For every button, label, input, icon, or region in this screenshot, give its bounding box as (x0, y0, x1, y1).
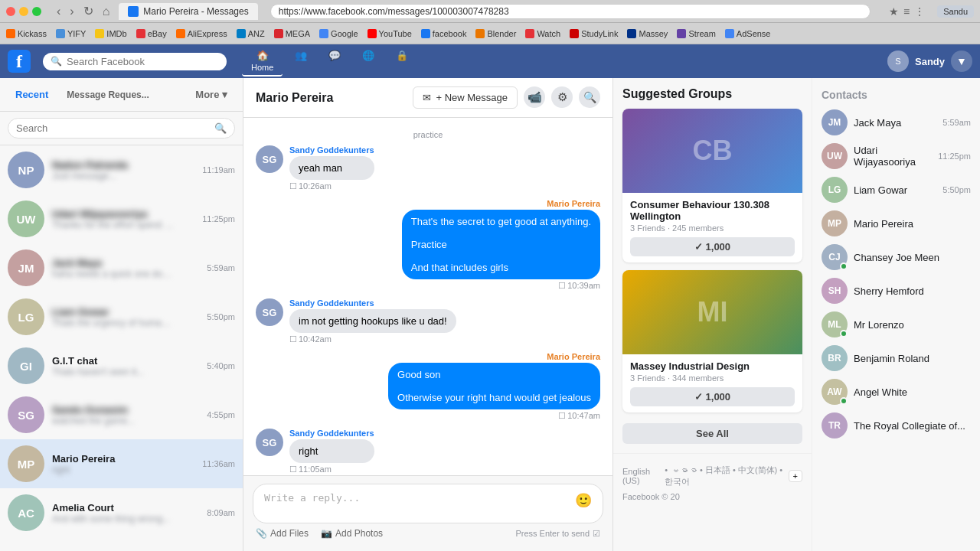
chat-list-item[interactable]: MP Mario Pereira right 11:36am (0, 439, 243, 488)
close-button[interactable] (6, 7, 15, 16)
user-profile-indicator[interactable]: Sandu (937, 5, 974, 18)
contact-item[interactable]: MP Mario Pereira (812, 207, 980, 240)
tab-recent[interactable]: Recent (8, 84, 56, 105)
nav-home[interactable]: 🏠 Home (242, 47, 283, 77)
bookmark-favicon (136, 29, 145, 38)
chat-info: Udari Wijayasooriya Thanks for the effor… (52, 208, 194, 230)
bookmark-favicon (627, 29, 636, 38)
settings-button[interactable]: ⚙ (551, 86, 573, 108)
contact-item[interactable]: AW Angel White (812, 375, 980, 409)
browser-tab[interactable]: Mario Pereira - Messages (119, 3, 257, 20)
chat-list-item[interactable]: NP Nadun Palranda Just message... 11:19a… (0, 145, 243, 194)
send-checkbox: ☑ (593, 529, 600, 539)
chat-list-item[interactable]: LG Liam Gowar Thats the urgency of human… (0, 292, 243, 341)
contact-item[interactable]: JM Jack Maya 5:59am (812, 106, 980, 139)
bookmark-google[interactable]: Google (319, 29, 358, 38)
contact-name: The Royal Collegiate of... (854, 420, 971, 432)
bookmark-adsense[interactable]: AdSense (725, 29, 771, 38)
notifications-button[interactable]: ▼ (951, 51, 972, 72)
home-button[interactable]: ⌂ (100, 3, 113, 20)
bookmark-watch[interactable]: Watch (525, 29, 560, 38)
contact-item[interactable]: ML Mr Lorenzo (812, 308, 980, 341)
reply-input-area[interactable]: 🙂 (253, 484, 603, 523)
contact-avatar: MP (822, 210, 848, 236)
contact-item[interactable]: BR Benjamin Roland (812, 341, 980, 375)
msg-row: Mario Pereira Good son Otherwise your ri… (256, 352, 600, 421)
contact-item[interactable]: SH Sherry Hemford (812, 274, 980, 308)
maximize-button[interactable] (32, 7, 41, 16)
user-avatar[interactable]: S (887, 51, 909, 72)
contact-item[interactable]: LG Liam Gowar 5:50pm (812, 173, 980, 207)
bookmark-yify[interactable]: YIFY (56, 29, 86, 38)
bookmark-label: Kickass (18, 29, 47, 38)
search-messages-button[interactable]: 🔍 (579, 86, 600, 108)
refresh-button[interactable]: ↻ (80, 2, 96, 20)
contacts-header: Contacts (812, 84, 980, 106)
forward-button[interactable]: › (67, 3, 77, 20)
bookmark-favicon (176, 29, 185, 38)
add-language-button[interactable]: + (789, 470, 802, 482)
menu-button[interactable]: ⋮ (914, 5, 925, 18)
bookmark-studylink[interactable]: StudyLink (570, 29, 618, 38)
minimize-button[interactable] (19, 7, 28, 16)
see-all-button[interactable]: See All (622, 423, 802, 444)
chat-list-item[interactable]: SG Sandu Gunasim watched the game... 4:5… (0, 390, 243, 439)
chat-list-item[interactable]: GI G.I.T chat Thats haven't seen it... 5… (0, 341, 243, 390)
search-input[interactable] (67, 56, 204, 67)
bookmark-favicon (6, 29, 15, 38)
tab-more[interactable]: More ▾ (188, 84, 235, 105)
bookmark-aliexpress[interactable]: AliExpress (176, 29, 227, 38)
chat-list-item[interactable]: UW Udari Wijayasooriya Thanks for the ef… (0, 194, 243, 243)
chat-meta: 11:19am (202, 165, 235, 174)
contact-avatar: AW (822, 379, 848, 405)
bookmark-facebook[interactable]: facebook (421, 29, 467, 38)
sidebar-search-box[interactable]: 🔍 (8, 118, 235, 139)
chat-preview: Thats haven't seen it... (52, 367, 175, 377)
bookmark-label: Google (331, 29, 358, 38)
msg-bubble: yeah man (289, 156, 374, 180)
fb-nav-items: 🏠 Home 👥 💬 🌐 🔒 (242, 47, 417, 77)
bookmark-anz[interactable]: ANZ (237, 29, 265, 38)
chat-list-item[interactable]: JM Jack Maya haha needs a quick one don'… (0, 243, 243, 292)
nav-messenger[interactable]: 💬 (319, 47, 350, 77)
add-files-button[interactable]: 📎 Add Files (256, 528, 309, 539)
group-join-button[interactable]: ✓ 1,000 (630, 387, 795, 406)
msg-bubble: im not getting hookups like u dad! (289, 309, 456, 333)
back-button[interactable]: ‹ (54, 3, 64, 20)
bookmark-stream[interactable]: Stream (677, 29, 715, 38)
msg-row: Mario Pereira That's the secret to get g… (256, 199, 600, 291)
bookmark-mega[interactable]: MEGA (274, 29, 310, 38)
emoji-button[interactable]: 🙂 (575, 492, 592, 509)
chat-meta: 5:50pm (207, 312, 235, 321)
reader-button[interactable]: ≡ (903, 5, 910, 18)
bookmark-youtube[interactable]: YouTube (368, 29, 412, 38)
add-photos-button[interactable]: 📷 Add Photos (321, 528, 383, 539)
bookmark-blender[interactable]: Blender (475, 29, 516, 38)
contact-item[interactable]: TR The Royal Collegiate of... (812, 409, 980, 442)
chat-list-item[interactable]: AC Amelia Court And with some thing wron… (0, 488, 243, 537)
bookmark-button[interactable]: ★ (889, 5, 899, 18)
nav-lock[interactable]: 🔒 (387, 47, 417, 77)
browser-window-controls[interactable] (6, 7, 41, 16)
bookmark-massey[interactable]: Massey (627, 29, 668, 38)
new-message-button[interactable]: ✉ + New Message (413, 86, 518, 109)
chat-name: Liam Gowar (52, 306, 199, 318)
video-call-button[interactable]: 📹 (524, 86, 545, 108)
bookmark-ebay[interactable]: eBay (136, 29, 167, 38)
sidebar-search-input[interactable] (16, 122, 210, 134)
group-name: Consumer Behaviour 130.308 Wellington (630, 199, 795, 222)
chat-name: Sandu Gunasim (52, 404, 199, 416)
bookmark-kickass[interactable]: Kickass (6, 29, 47, 38)
contact-avatar: ML (822, 311, 848, 337)
bookmark-label: AliExpress (188, 29, 227, 38)
group-join-button[interactable]: ✓ 1,000 (630, 237, 795, 256)
search-bar[interactable]: 🔍 (43, 53, 227, 70)
address-bar[interactable]: https://www.facebook.com/messages/100003… (270, 4, 871, 19)
reply-input[interactable] (264, 492, 575, 515)
bookmark-imdb[interactable]: IMDb (95, 29, 126, 38)
nav-globe[interactable]: 🌐 (353, 47, 384, 77)
tab-message-requests[interactable]: Message Reques... (59, 85, 156, 105)
nav-friends[interactable]: 👥 (286, 47, 316, 77)
contact-item[interactable]: UW Udari Wijayasooriya 11:25pm (812, 139, 980, 173)
contact-item[interactable]: CJ Chansey Joe Meen (812, 240, 980, 274)
